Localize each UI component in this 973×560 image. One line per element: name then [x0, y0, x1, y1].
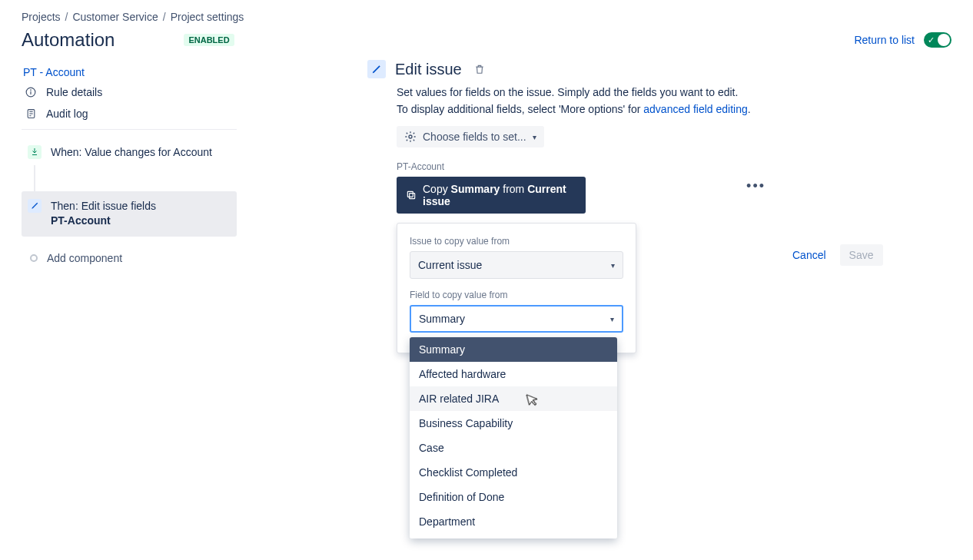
copy-config-card: Issue to copy value from Current issue ▾…: [397, 223, 636, 353]
issue-copy-value: Current issue: [418, 259, 482, 271]
save-button[interactable]: Save: [840, 244, 883, 266]
add-component-label: Add component: [47, 252, 122, 264]
field-copy-value: Summary: [419, 313, 465, 325]
log-icon: [25, 108, 37, 120]
main-panel: Edit issue Set values for fields on the …: [252, 60, 951, 353]
sidebar-item-rule-details[interactable]: Rule details: [22, 81, 237, 103]
svg-point-8: [409, 135, 412, 138]
flow-node-action[interactable]: Then: Edit issue fields PT-Account: [22, 191, 237, 237]
field-copy-select[interactable]: Summary ▾: [410, 305, 623, 333]
option-definition-of-done[interactable]: Definition of Done: [410, 485, 617, 509]
check-icon: ✓: [928, 35, 935, 45]
action-prefix: Then:: [51, 200, 81, 212]
option-business-capability[interactable]: Business Capability: [410, 411, 617, 436]
enabled-badge: ENABLED: [184, 34, 234, 46]
sidebar-item-label: Rule details: [46, 86, 102, 98]
action-text: Edit issue fields: [81, 200, 156, 212]
gear-icon: [404, 131, 417, 143]
chevron-down-icon: ▾: [533, 133, 536, 141]
breadcrumb-customer-service[interactable]: Customer Service: [72, 11, 158, 23]
breadcrumb-sep: /: [163, 11, 166, 23]
header: Automation ENABLED Return to list ✓: [0, 23, 973, 51]
copy-icon: [406, 190, 417, 200]
copy-summary-chip[interactable]: Copy Summary from Current issue: [397, 177, 586, 214]
choose-fields-label: Choose fields to set...: [423, 131, 526, 143]
info-icon: [25, 87, 37, 98]
rule-enabled-toggle[interactable]: ✓: [924, 32, 951, 48]
divider: [22, 129, 237, 130]
cancel-button[interactable]: Cancel: [785, 244, 834, 266]
field-section-label: PT-Account: [397, 161, 765, 172]
panel-description-1: Set values for fields on the issue. Simp…: [397, 86, 951, 98]
field-copy-label: Field to copy value from: [410, 290, 623, 300]
action-subtext: PT-Account: [51, 214, 231, 229]
field-options-list[interactable]: Summary Affected hardware AIR related JI…: [410, 337, 617, 538]
copy-field: Summary: [451, 183, 500, 195]
add-component-button[interactable]: Add component: [22, 237, 237, 269]
pencil-icon: [367, 60, 386, 78]
return-to-list-link[interactable]: Return to list: [854, 34, 915, 46]
svg-rect-9: [410, 194, 415, 199]
svg-rect-7: [32, 154, 37, 155]
option-summary[interactable]: Summary: [410, 337, 617, 362]
toggle-knob: [938, 34, 950, 46]
option-affected-hardware[interactable]: Affected hardware: [410, 362, 617, 386]
sidebar-item-label: Audit log: [46, 108, 88, 120]
panel-title: Edit issue: [395, 61, 462, 78]
option-case[interactable]: Case: [410, 436, 617, 460]
chevron-down-icon: ▾: [610, 315, 614, 323]
option-air-related-jira[interactable]: AIR related JIRA: [410, 386, 617, 411]
svg-rect-10: [407, 191, 413, 197]
more-options-icon[interactable]: •••: [746, 178, 765, 194]
chevron-down-icon: ▾: [611, 261, 615, 270]
issue-copy-select[interactable]: Current issue ▾: [410, 251, 623, 279]
trigger-text: Value changes for Account: [85, 146, 212, 158]
advanced-field-editing-link[interactable]: advanced field editing: [643, 103, 747, 115]
trigger-icon: [28, 145, 42, 159]
choose-fields-button[interactable]: Choose fields to set... ▾: [397, 126, 544, 147]
sidebar-item-audit-log[interactable]: Audit log: [22, 103, 237, 124]
copy-prefix: Copy: [423, 183, 451, 195]
trigger-prefix: When:: [51, 146, 85, 158]
breadcrumb-sep: /: [65, 11, 68, 23]
flow-node-trigger[interactable]: When: Value changes for Account: [22, 138, 237, 168]
copy-mid: from: [500, 183, 527, 195]
breadcrumb: Projects / Customer Service / Project se…: [0, 0, 973, 23]
rule-name[interactable]: PT - Account: [22, 60, 237, 81]
option-department[interactable]: Department: [410, 509, 617, 534]
panel-description-2: To display additional fields, select 'Mo…: [397, 103, 951, 115]
svg-point-2: [31, 90, 32, 91]
issue-copy-label: Issue to copy value from: [410, 236, 623, 247]
option-epic-name[interactable]: Epic Name: [410, 534, 617, 538]
breadcrumb-project-settings[interactable]: Project settings: [171, 11, 244, 23]
breadcrumb-projects[interactable]: Projects: [22, 11, 61, 23]
sidebar: PT - Account Rule details Audit log When…: [22, 60, 237, 353]
option-checklist-completed[interactable]: Checklist Completed: [410, 460, 617, 485]
delete-icon[interactable]: [474, 64, 485, 75]
page-title: Automation: [22, 29, 115, 51]
pencil-icon: [28, 199, 42, 213]
add-dot-icon: [30, 254, 38, 262]
